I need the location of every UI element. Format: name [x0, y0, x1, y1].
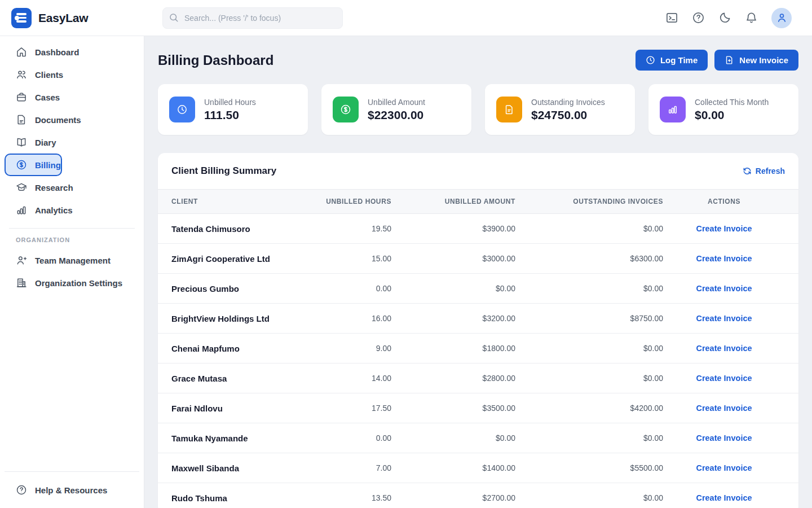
stat-value: $24750.00 — [531, 108, 605, 122]
unbilled-amount-value: $1800.00 — [391, 344, 515, 353]
client-name: Farai Ndlovu — [171, 404, 307, 413]
unbilled-amount-value: $0.00 — [391, 284, 515, 293]
client-name: Grace Mutasa — [171, 374, 307, 383]
unbilled-amount-value: $2700.00 — [391, 493, 515, 502]
unbilled-hours-value: 16.00 — [307, 314, 391, 323]
notifications-icon[interactable] — [745, 11, 758, 24]
sidebar-item-billing[interactable]: Billing — [5, 154, 62, 176]
sidebar-item-label: Research — [35, 183, 73, 192]
create-invoice-link[interactable]: Create Invoice — [696, 344, 752, 353]
header-actions: Log Time New Invoice — [636, 50, 798, 71]
create-invoice-link[interactable]: Create Invoice — [696, 433, 752, 443]
sidebar-item-analytics[interactable]: Analytics — [5, 199, 74, 221]
search-container — [162, 7, 343, 29]
create-invoice-link[interactable]: Create Invoice — [696, 284, 752, 293]
unbilled-amount-value: $3200.00 — [391, 314, 515, 323]
app-name: EasyLaw — [38, 11, 89, 25]
sidebar-item-label: Organization Settings — [35, 278, 122, 288]
help-icon[interactable] — [692, 11, 705, 24]
stat-cards: Unbilled Hours 111.50 Unbilled Amount $2… — [158, 84, 798, 135]
client-name: Maxwell Sibanda — [171, 463, 307, 473]
helpcircle-icon — [16, 484, 27, 496]
column-header-outstanding-invoices: Outstanding Invoices — [515, 198, 663, 205]
client-name: BrightView Holdings Ltd — [171, 314, 307, 323]
outstanding-invoices-value: $0.00 — [515, 374, 663, 383]
sidebar-item-documents[interactable]: Documents — [5, 108, 82, 131]
dollar-icon — [16, 159, 27, 170]
sidebar-item-dashboard[interactable]: Dashboard — [5, 41, 80, 63]
sidebar-item-label: Documents — [35, 115, 81, 125]
create-invoice-link[interactable]: Create Invoice — [696, 254, 752, 263]
stat-card: Unbilled Amount $22300.00 — [321, 84, 471, 135]
new-invoice-button[interactable]: New Invoice — [714, 50, 798, 71]
document-icon — [16, 114, 27, 125]
sidebar-item-research[interactable]: Research — [5, 176, 74, 199]
stat-card: Unbilled Hours 111.50 — [158, 84, 308, 135]
sidebar-item-diary[interactable]: Diary — [5, 131, 58, 154]
column-header-client: Client — [171, 198, 307, 205]
table-row: Chenai Mapfumo 9.00 $1800.00 $0.00 Creat… — [158, 334, 798, 364]
table-title: Client Billing Summary — [171, 165, 276, 177]
organization-section-label: ORGANIZATION — [5, 234, 139, 249]
dollar-icon — [333, 97, 359, 122]
stat-label: Outstanding Invoices — [531, 98, 605, 107]
unbilled-amount-value: $3500.00 — [391, 404, 515, 413]
column-header-unbilled-hours: Unbilled Hours — [307, 198, 391, 205]
table-row: Tatenda Chimusoro 19.50 $3900.00 $0.00 C… — [158, 214, 798, 244]
unbilled-hours-value: 19.50 — [307, 224, 391, 233]
client-name: Precious Gumbo — [171, 284, 307, 294]
sidebar-item-organization-settings[interactable]: Organization Settings — [5, 271, 123, 294]
book-icon — [16, 137, 27, 148]
sidebar-item-label: Cases — [35, 93, 60, 102]
create-invoice-link[interactable]: Create Invoice — [696, 463, 752, 472]
user-avatar[interactable] — [771, 8, 792, 28]
stat-label: Unbilled Hours — [204, 98, 256, 107]
sidebar-item-clients[interactable]: Clients — [5, 63, 64, 86]
unbilled-hours-value: 9.00 — [307, 344, 391, 353]
refresh-icon — [743, 167, 752, 176]
client-billing-summary-card: Client Billing Summary Refresh Client Un… — [158, 153, 798, 508]
outstanding-invoices-value: $0.00 — [515, 224, 663, 233]
sidebar-item-label: Team Management — [35, 256, 111, 265]
create-invoice-link[interactable]: Create Invoice — [696, 404, 752, 413]
create-invoice-link[interactable]: Create Invoice — [696, 224, 752, 233]
create-invoice-link[interactable]: Create Invoice — [696, 374, 752, 383]
table-row: Rudo Tshuma 13.50 $2700.00 $0.00 Create … — [158, 483, 798, 508]
outstanding-invoices-value: $4200.00 — [515, 404, 663, 413]
stat-value: $22300.00 — [368, 108, 425, 122]
table-row: Farai Ndlovu 17.50 $3500.00 $4200.00 Cre… — [158, 393, 798, 423]
sidebar-item-label: Clients — [35, 70, 63, 80]
table-row: Grace Mutasa 14.00 $2800.00 $0.00 Create… — [158, 364, 798, 393]
topbar-actions — [665, 8, 812, 28]
table-card-header: Client Billing Summary Refresh — [158, 153, 798, 189]
terminal-icon[interactable] — [665, 11, 678, 24]
dark-mode-icon[interactable] — [718, 11, 731, 24]
sidebar-footer: Help & Resources — [5, 471, 139, 508]
create-invoice-link[interactable]: Create Invoice — [696, 314, 752, 323]
briefcase-icon — [16, 91, 27, 103]
client-name: ZimAgri Cooperative Ltd — [171, 254, 307, 264]
sidebar-item-help-resources[interactable]: Help & Resources — [5, 479, 108, 501]
topbar: EasyLaw — [0, 0, 812, 36]
sidebar-org-nav: Team Management Organization Settings — [5, 249, 139, 294]
outstanding-invoices-value: $0.00 — [515, 433, 663, 443]
stat-value: 111.50 — [204, 108, 256, 122]
sidebar-item-cases[interactable]: Cases — [5, 86, 61, 108]
outstanding-invoices-value: $6300.00 — [515, 254, 663, 263]
create-invoice-link[interactable]: Create Invoice — [696, 493, 752, 502]
refresh-button[interactable]: Refresh — [743, 167, 785, 176]
stat-card: Collected This Month $0.00 — [648, 84, 798, 135]
users-icon — [16, 69, 27, 80]
stat-value: $0.00 — [695, 108, 769, 122]
sidebar-item-label: Analytics — [35, 205, 73, 215]
sidebar-item-team-management[interactable]: Team Management — [5, 249, 112, 271]
outstanding-invoices-value: $5500.00 — [515, 463, 663, 472]
clock-icon — [169, 97, 195, 122]
sidebar-main-nav: Dashboard Clients Cases Documents Diary … — [5, 41, 139, 221]
outstanding-invoices-value: $0.00 — [515, 344, 663, 353]
search-input[interactable] — [162, 7, 343, 29]
sidebar-item-label: Billing — [35, 160, 61, 170]
table-row: Tamuka Nyamande 0.00 $0.00 $0.00 Create … — [158, 423, 798, 453]
log-time-button[interactable]: Log Time — [636, 50, 708, 71]
page-title: Billing Dashboard — [158, 52, 273, 68]
